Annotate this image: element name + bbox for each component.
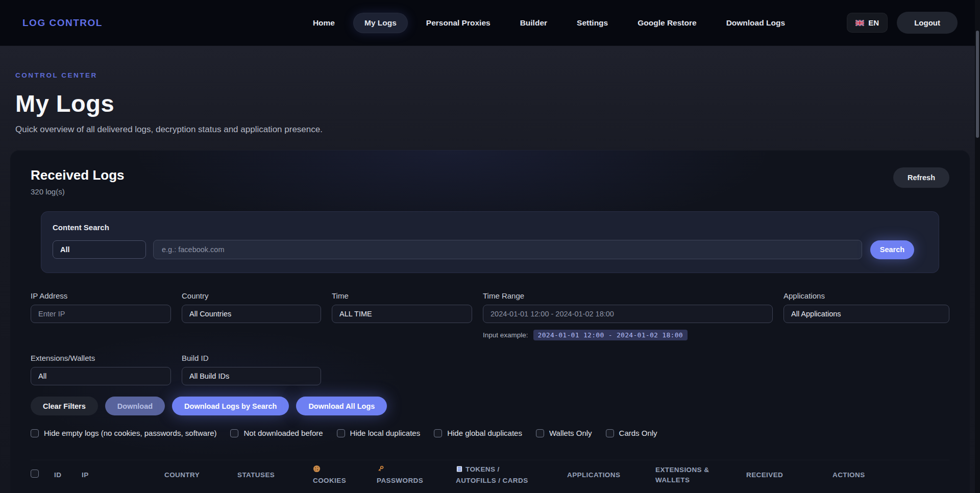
time-range-hint-code: 2024-01-01 12:00 - 2024-01-02 18:00 [533, 330, 688, 340]
checkbox-item-not-downloaded-before[interactable]: Not downloaded before [230, 429, 323, 437]
checkbox-item-hide-empty-logs-no-cookies-passwords-software[interactable]: Hide empty logs (no cookies, passwords, … [31, 429, 216, 437]
actions-row: Clear Filters Download Download Logs by … [31, 397, 949, 415]
country-label: Country [182, 291, 321, 300]
filter-checkboxes-row: Hide empty logs (no cookies, passwords, … [31, 429, 949, 437]
checkbox-label: Wallets Only [549, 429, 592, 437]
page-subtitle: Quick overview of all delivered logs, de… [15, 125, 980, 135]
ip-address-input[interactable] [31, 305, 171, 323]
filters-row-2: Extensions/Wallets Build ID [31, 354, 949, 385]
nav-item-google-restore[interactable]: Google Restore [626, 13, 707, 33]
checkbox-item-hide-global-duplicates[interactable]: Hide global duplicates [434, 429, 522, 437]
checkbox-label: Hide empty logs (no cookies, passwords, … [44, 429, 216, 437]
build-id-select[interactable] [182, 367, 321, 385]
checkbox-label: Hide global duplicates [447, 429, 522, 437]
time-label: Time [332, 291, 472, 300]
nav-item-builder[interactable]: Builder [509, 13, 558, 33]
page-title: My Logs [15, 89, 980, 117]
cookie-icon [313, 465, 321, 476]
language-label: EN [868, 18, 879, 27]
nav-item-my-logs[interactable]: My Logs [353, 13, 408, 33]
page-header: CONTROL CENTER My Logs Quick overview of… [0, 46, 980, 135]
download-button[interactable]: Download [105, 397, 165, 415]
column-header-actions: ACTIONS [832, 470, 894, 480]
search-query-input[interactable] [153, 240, 862, 259]
column-header-received: RECEIVED [746, 470, 832, 480]
column-header-ip: IP [82, 470, 164, 480]
column-label: COOKIES [313, 477, 346, 484]
brand-logo[interactable]: LOG CONTROL [22, 17, 103, 29]
column-header-statuses: STATUSES [237, 470, 313, 480]
received-logs-card: Received Logs 320 log(s) Refresh Content… [10, 150, 970, 493]
column-label: APPLICATIONS [567, 471, 620, 479]
extensions-wallets-label: Extensions/Wallets [31, 354, 171, 362]
filters-row-1: IP Address Country Time Time Range Input… [31, 291, 949, 340]
nav-items: HomeMy LogsPersonal ProxiesBuilderSettin… [302, 13, 796, 33]
column-label: PASSWORDS [377, 477, 423, 484]
column-header-cookies: COOKIES [313, 464, 377, 486]
key-icon [377, 465, 384, 476]
column-header-passwords: PASSWORDS [377, 464, 456, 486]
logout-button[interactable]: Logout [897, 12, 958, 34]
build-id-label: Build ID [182, 354, 321, 362]
checkbox-label: Cards Only [619, 429, 657, 437]
download-logs-by-search-button[interactable]: Download Logs by Search [172, 397, 289, 415]
refresh-button[interactable]: Refresh [893, 167, 949, 188]
search-scope-select[interactable] [53, 240, 146, 259]
card-header: Received Logs 320 log(s) Refresh [31, 167, 949, 196]
checkbox-icon[interactable] [337, 429, 345, 437]
column-label: COUNTRY [164, 471, 200, 479]
column-label: TOKENS / AUTOFILLS / CARDS [456, 465, 528, 484]
column-label: IP [82, 471, 89, 479]
content-search-label: Content Search [53, 223, 926, 232]
ip-address-label: IP Address [31, 291, 171, 300]
checkbox-item-hide-local-duplicates[interactable]: Hide local duplicates [337, 429, 421, 437]
content-search-panel: Content Search Search [41, 211, 939, 273]
checkbox-item-wallets-only[interactable]: Wallets Only [536, 429, 592, 437]
checkbox-item-cards-only[interactable]: Cards Only [606, 429, 657, 437]
download-all-logs-button[interactable]: Download All Logs [296, 397, 387, 415]
scrollbar-thumb[interactable] [976, 31, 979, 138]
nav-item-personal-proxies[interactable]: Personal Proxies [415, 13, 502, 33]
clear-filters-button[interactable]: Clear Filters [31, 397, 98, 415]
column-label: RECEIVED [746, 471, 783, 479]
column-header-country: COUNTRY [164, 470, 237, 480]
checkbox-icon[interactable] [606, 429, 614, 437]
scrollbar[interactable] [975, 0, 980, 493]
checkbox-icon[interactable] [31, 429, 39, 437]
column-header-extensions-wallets: EXTENSIONS & WALLETS [655, 465, 746, 486]
extensions-wallets-select[interactable] [31, 367, 171, 385]
search-button[interactable]: Search [870, 240, 914, 259]
nav-item-home[interactable]: Home [302, 13, 346, 33]
nav-item-download-logs[interactable]: Download Logs [715, 13, 796, 33]
checkbox-icon[interactable] [434, 429, 442, 437]
column-label: STATUSES [237, 471, 275, 479]
column-label: ID [54, 471, 61, 479]
nav-right: EN Logout [847, 12, 958, 34]
checkbox-icon[interactable] [230, 429, 238, 437]
time-range-input[interactable] [483, 305, 773, 323]
breadcrumb-eyebrow: CONTROL CENTER [15, 71, 980, 79]
select-all-checkbox-icon[interactable] [31, 470, 39, 478]
logs-table-header: IDIPCOUNTRYSTATUSESCOOKIESPASSWORDSTOKEN… [31, 460, 949, 486]
column-header-applications: APPLICATIONS [567, 470, 655, 480]
country-select[interactable] [182, 305, 321, 323]
applications-label: Applications [783, 291, 949, 300]
cards-icon [456, 465, 463, 476]
log-count: 320 log(s) [31, 187, 125, 196]
checkbox-label: Not downloaded before [243, 429, 323, 437]
card-title: Received Logs [31, 167, 125, 183]
column-header-select-all[interactable] [31, 470, 54, 481]
checkbox-icon[interactable] [536, 429, 544, 437]
uk-flag-icon [855, 20, 864, 26]
time-range-hint-label: Input example: [483, 331, 528, 339]
top-nav: LOG CONTROL HomeMy LogsPersonal ProxiesB… [0, 0, 980, 46]
applications-select[interactable] [783, 305, 949, 323]
language-button[interactable]: EN [847, 13, 888, 33]
column-header-tokens-autofills-cards: TOKENS / AUTOFILLS / CARDS [456, 464, 567, 486]
column-header-id: ID [54, 470, 82, 480]
nav-item-settings[interactable]: Settings [566, 13, 619, 33]
time-select[interactable] [332, 305, 472, 323]
column-label: ACTIONS [832, 471, 865, 479]
time-range-label: Time Range [483, 291, 773, 300]
checkbox-label: Hide local duplicates [350, 429, 421, 437]
